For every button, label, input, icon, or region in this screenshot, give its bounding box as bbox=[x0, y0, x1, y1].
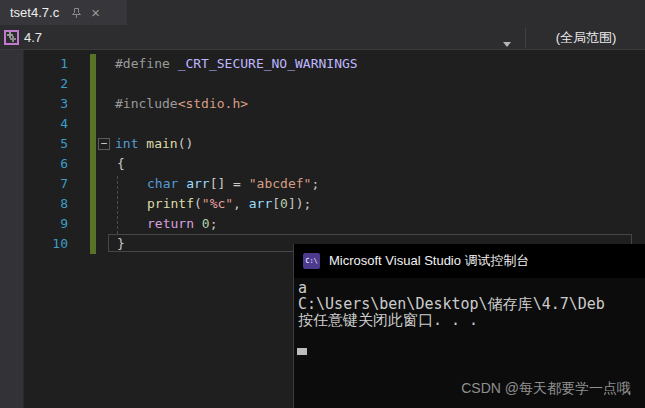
change-tracking-bar bbox=[90, 174, 96, 194]
code-line[interactable]: 9return 0; bbox=[0, 214, 645, 234]
top-bars: tset4.7.c × 4.7 bbox=[0, 0, 645, 50]
console-line: 按任意键关闭此窗口. . . bbox=[298, 312, 645, 328]
line-number: 1 bbox=[24, 54, 68, 74]
scope-dropdown[interactable]: (全局范围) bbox=[527, 27, 645, 48]
fold-collapse-icon[interactable]: − bbox=[98, 138, 110, 150]
change-tracking-bar bbox=[90, 154, 96, 174]
change-tracking-bar bbox=[90, 194, 96, 214]
watermark: CSDN @每天都要学一点哦 bbox=[461, 380, 631, 398]
project-icon bbox=[4, 30, 19, 45]
pin-icon[interactable] bbox=[69, 6, 83, 20]
code-line[interactable]: 6{ bbox=[0, 154, 645, 174]
line-number: 8 bbox=[24, 194, 68, 214]
console-cursor bbox=[297, 348, 307, 355]
project-dropdown[interactable]: 4.7 bbox=[4, 27, 42, 48]
line-number: 2 bbox=[24, 74, 68, 94]
code-line[interactable]: 2 bbox=[0, 74, 645, 94]
code-line[interactable]: 5−int main() bbox=[0, 134, 645, 154]
tab-tset47[interactable]: tset4.7.c × bbox=[0, 0, 127, 25]
chevron-down-icon[interactable] bbox=[503, 42, 511, 47]
console-lines: aC:\Users\ben\Desktop\储存库\4.7\Deb按任意键关闭此… bbox=[298, 280, 645, 344]
navbar-separator bbox=[525, 28, 526, 48]
line-number: 3 bbox=[24, 94, 68, 114]
vs-editor-window: tset4.7.c × 4.7 bbox=[0, 0, 645, 408]
change-tracking-bar bbox=[90, 214, 96, 234]
project-dropdown-label: 4.7 bbox=[24, 30, 42, 45]
code-line[interactable]: 3#include<stdio.h> bbox=[0, 94, 645, 114]
line-number: 7 bbox=[24, 174, 68, 194]
close-icon[interactable]: × bbox=[91, 6, 100, 20]
change-tracking-bar bbox=[90, 54, 96, 74]
navigation-bar: 4.7 (全局范围) bbox=[0, 25, 645, 50]
code-line[interactable]: 8printf("%c", arr[0]); bbox=[0, 194, 645, 214]
tab-bar: tset4.7.c × bbox=[0, 0, 645, 25]
console-icon: C:\ bbox=[303, 253, 320, 269]
tab-title: tset4.7.c bbox=[10, 5, 59, 20]
change-tracking-bar bbox=[90, 114, 96, 134]
code-line[interactable]: 4 bbox=[0, 114, 645, 134]
console-line: C:\Users\ben\Desktop\储存库\4.7\Deb bbox=[298, 296, 645, 312]
console-line: a bbox=[298, 280, 645, 296]
line-number: 6 bbox=[24, 154, 68, 174]
console-title-bar[interactable]: C:\ Microsoft Visual Studio 调试控制台 bbox=[294, 244, 645, 278]
indent-guide bbox=[117, 176, 118, 234]
line-number: 5 bbox=[24, 134, 68, 154]
line-number: 10 bbox=[24, 234, 68, 254]
change-tracking-bar bbox=[90, 134, 96, 154]
console-title: Microsoft Visual Studio 调试控制台 bbox=[329, 252, 530, 270]
change-tracking-bar bbox=[90, 94, 96, 114]
line-number: 4 bbox=[24, 114, 68, 134]
change-tracking-bar bbox=[90, 234, 96, 254]
console-line bbox=[298, 328, 645, 344]
code-lines: 1#define _CRT_SECURE_NO_WARNINGS23#inclu… bbox=[0, 54, 645, 254]
code-line[interactable]: 1#define _CRT_SECURE_NO_WARNINGS bbox=[0, 54, 645, 74]
change-tracking-bar bbox=[90, 74, 96, 94]
scope-dropdown-label: (全局范围) bbox=[556, 29, 617, 47]
line-number: 9 bbox=[24, 214, 68, 234]
code-line[interactable]: 7char arr[] = "abcdef"; bbox=[0, 174, 645, 194]
